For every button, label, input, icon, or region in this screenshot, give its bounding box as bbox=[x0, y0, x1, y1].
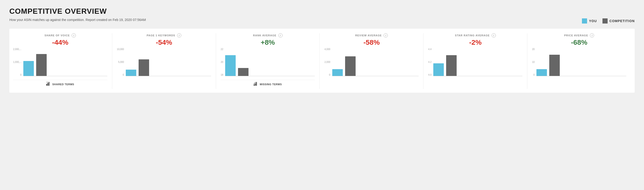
svg-point-5 bbox=[49, 82, 50, 83]
info-icon-page-1-keywords[interactable]: i bbox=[177, 33, 181, 37]
bar-comp-review-average bbox=[345, 56, 356, 76]
y-label-share-of-voice: 1,000,... bbox=[13, 61, 22, 63]
svg-rect-2 bbox=[48, 83, 50, 86]
bar-you-page-1-keywords bbox=[126, 70, 136, 76]
bar-comp-share-of-voice bbox=[36, 54, 47, 76]
page-title: COMPETITIVE OVERVIEW bbox=[9, 7, 635, 16]
y-label-page-1-keywords: 5,000 bbox=[117, 61, 124, 63]
cards-container: SHARE OF VOICEi-44%2,000,...1,000,...0SH… bbox=[9, 29, 635, 93]
card-share-of-voice: SHARE OF VOICEi-44%2,000,...1,000,...0SH… bbox=[13, 33, 112, 89]
y-label-share-of-voice: 0 bbox=[13, 74, 22, 76]
card-page-1-keywords: PAGE 1 KEYWORDSi-54%10,0005,0000 bbox=[112, 33, 216, 89]
card-percent-rank-average: +8% bbox=[221, 38, 315, 46]
info-icon-rank-average[interactable]: i bbox=[278, 33, 282, 37]
bar-comp-price-average bbox=[549, 55, 560, 76]
y-label-price-average: 10 bbox=[532, 61, 534, 63]
comp-label: COMPETITION bbox=[610, 19, 635, 23]
card-rank-average: RANK AVERAGEi+8%222018MISSING TERMS bbox=[216, 33, 320, 89]
svg-rect-7 bbox=[255, 83, 256, 86]
y-label-rank-average: 22 bbox=[221, 48, 223, 51]
card-review-average: REVIEW AVERAGEi-58%4,0002,0000 bbox=[320, 33, 424, 89]
card-title-price-average: PRICE AVERAGE bbox=[564, 34, 588, 37]
bar-you-share-of-voice bbox=[23, 61, 34, 76]
card-price-average: PRICE AVERAGEi-68%20100 bbox=[527, 33, 631, 89]
card-percent-page-1-keywords: -54% bbox=[117, 38, 211, 46]
bar-you-review-average bbox=[332, 69, 343, 76]
card-percent-share-of-voice: -44% bbox=[13, 38, 107, 46]
y-label-price-average: 0 bbox=[532, 74, 534, 76]
bar-comp-star-rating-average bbox=[446, 55, 457, 76]
y-label-star-rating-average: 4.2 bbox=[428, 61, 432, 63]
card-title-rank-average: RANK AVERAGE bbox=[253, 34, 276, 37]
y-label-review-average: 0 bbox=[324, 74, 330, 76]
bar-you-rank-average bbox=[225, 55, 236, 76]
card-footer-share-of-voice[interactable]: SHARED TERMS bbox=[13, 80, 107, 87]
svg-point-3 bbox=[46, 82, 47, 83]
footer-icon-rank-average bbox=[254, 82, 258, 87]
svg-rect-6 bbox=[254, 84, 254, 86]
footer-label-share-of-voice: SHARED TERMS bbox=[52, 83, 74, 86]
info-icon-share-of-voice[interactable]: i bbox=[72, 33, 76, 37]
card-percent-price-average: -68% bbox=[532, 38, 626, 46]
legend-you: YOU bbox=[582, 18, 597, 23]
card-star-rating-average: STAR RATING AVERAGEi-2%4.44.24.0 bbox=[424, 33, 527, 89]
card-title-share-of-voice: SHARE OF VOICE bbox=[44, 34, 70, 37]
bar-you-star-rating-average bbox=[433, 63, 444, 76]
bar-you-price-average bbox=[536, 69, 547, 76]
card-footer-rank-average[interactable]: MISSING TERMS bbox=[221, 80, 315, 87]
card-title-page-1-keywords: PAGE 1 KEYWORDS bbox=[147, 34, 175, 37]
subtitle: How your ASIN matches up against the com… bbox=[9, 18, 146, 22]
y-label-rank-average: 18 bbox=[221, 74, 223, 76]
svg-rect-1 bbox=[47, 83, 48, 86]
svg-point-4 bbox=[48, 82, 48, 83]
y-label-rank-average: 20 bbox=[221, 61, 223, 63]
y-label-page-1-keywords: 0 bbox=[117, 74, 124, 76]
info-icon-review-average[interactable]: i bbox=[384, 33, 388, 37]
card-title-review-average: REVIEW AVERAGE bbox=[355, 34, 382, 37]
y-label-review-average: 2,000 bbox=[324, 61, 330, 63]
y-label-star-rating-average: 4.0 bbox=[428, 74, 432, 76]
footer-label-rank-average: MISSING TERMS bbox=[260, 83, 282, 86]
y-label-price-average: 20 bbox=[532, 48, 534, 51]
card-percent-review-average: -58% bbox=[324, 38, 418, 46]
y-label-page-1-keywords: 10,000 bbox=[117, 48, 124, 51]
card-title-star-rating-average: STAR RATING AVERAGE bbox=[455, 34, 490, 37]
bar-comp-page-1-keywords bbox=[138, 59, 149, 76]
legend-competition: COMPETITION bbox=[602, 18, 635, 23]
y-label-star-rating-average: 4.4 bbox=[428, 48, 432, 51]
svg-rect-8 bbox=[256, 83, 257, 86]
you-swatch bbox=[582, 18, 587, 23]
footer-icon-share-of-voice bbox=[46, 82, 50, 87]
you-label: YOU bbox=[589, 19, 597, 23]
y-label-review-average: 4,000 bbox=[324, 48, 330, 51]
comp-swatch bbox=[602, 18, 608, 23]
svg-rect-0 bbox=[46, 84, 47, 86]
info-icon-star-rating-average[interactable]: i bbox=[492, 33, 496, 37]
card-percent-star-rating-average: -2% bbox=[428, 38, 522, 46]
y-label-share-of-voice: 2,000,... bbox=[13, 48, 22, 51]
info-icon-price-average[interactable]: i bbox=[590, 33, 594, 37]
bar-comp-rank-average bbox=[238, 68, 248, 76]
